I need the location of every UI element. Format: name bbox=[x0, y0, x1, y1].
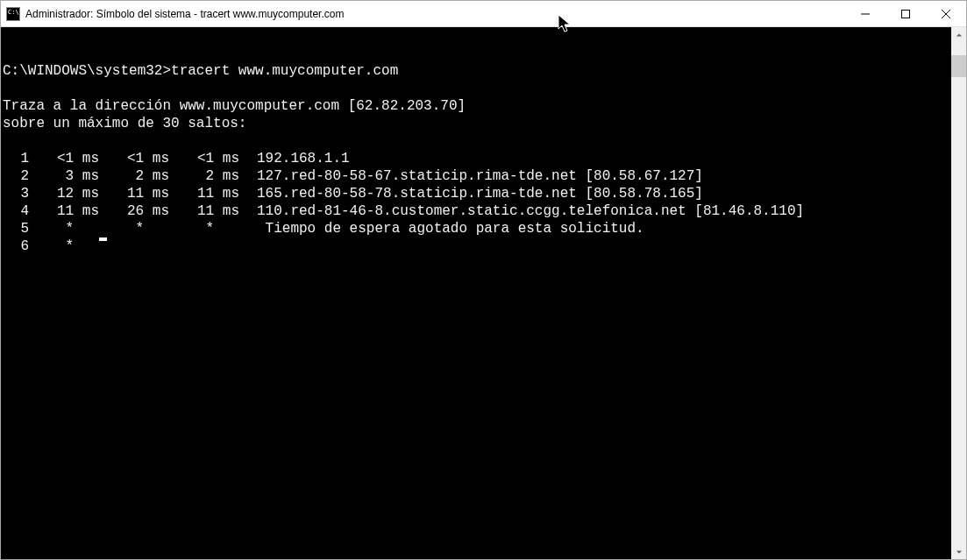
command-prompt-window: Administrador: Símbolo del sistema - tra… bbox=[0, 0, 967, 560]
hop-row: 411 ms26 ms11 ms110.red-81-46-8.customer… bbox=[3, 202, 949, 220]
trace-header-line-2: sobre un máximo de 30 saltos: bbox=[3, 116, 246, 131]
chevron-up-icon bbox=[956, 32, 963, 39]
hop-host: Tiempo de espera agotado para esta solic… bbox=[239, 220, 644, 237]
scroll-down-button[interactable] bbox=[951, 544, 966, 559]
hop-time-1: 12 ms bbox=[29, 185, 99, 202]
hop-time-2: 26 ms bbox=[99, 202, 169, 220]
scroll-track[interactable] bbox=[951, 42, 966, 544]
maximize-icon bbox=[901, 10, 910, 18]
hop-host: 165.red-80-58-78.staticip.rima-tde.net [… bbox=[239, 185, 703, 202]
cmd-icon bbox=[6, 7, 20, 21]
hop-host: 110.red-81-46-8.customer.static.ccgg.tel… bbox=[239, 202, 804, 220]
hop-time-3: 11 ms bbox=[169, 185, 239, 202]
hop-time-2: * bbox=[99, 220, 169, 237]
hop-row: 5* * * Tiempo de espera agotado para est… bbox=[3, 220, 949, 237]
window-controls bbox=[845, 1, 966, 26]
hop-time-3: 11 ms bbox=[169, 202, 239, 220]
close-button[interactable] bbox=[926, 1, 966, 26]
hop-time-3: * bbox=[169, 220, 239, 237]
close-icon bbox=[942, 10, 950, 18]
terminal-output[interactable]: C:\WINDOWS\system32>tracert www.muycompu… bbox=[1, 27, 951, 559]
prompt: C:\WINDOWS\system32> bbox=[3, 63, 171, 79]
hop-time-2: 11 ms bbox=[99, 185, 169, 202]
hop-row: 23 ms2 ms2 ms127.red-80-58-67.staticip.r… bbox=[3, 167, 949, 185]
maximize-button[interactable] bbox=[885, 1, 926, 26]
hop-time-1: * bbox=[29, 220, 99, 237]
scroll-up-button[interactable] bbox=[951, 27, 966, 42]
hop-number: 3 bbox=[3, 185, 29, 202]
hop-number: 1 bbox=[3, 150, 29, 167]
hop-number: 5 bbox=[3, 220, 29, 237]
vertical-scrollbar[interactable] bbox=[951, 27, 966, 559]
content-area: C:\WINDOWS\system32>tracert www.muycompu… bbox=[1, 27, 966, 559]
command-text: tracert www.muycomputer.com bbox=[171, 63, 398, 79]
trace-header-line-1: Traza a la dirección www.muycomputer.com… bbox=[3, 98, 466, 114]
titlebar[interactable]: Administrador: Símbolo del sistema - tra… bbox=[1, 1, 966, 27]
hop-time-1: * bbox=[29, 237, 99, 255]
svg-rect-1 bbox=[902, 10, 910, 18]
chevron-down-icon bbox=[956, 549, 963, 556]
hop-number: 6 bbox=[3, 237, 29, 255]
hop-time-1: 3 ms bbox=[29, 167, 99, 185]
hop-time-1: 11 ms bbox=[29, 202, 99, 220]
hop-host: 127.red-80-58-67.staticip.rima-tde.net [… bbox=[239, 167, 703, 185]
hop-row: 1<1 ms<1 ms<1 ms192.168.1.1 bbox=[3, 150, 949, 167]
hop-row: 312 ms11 ms11 ms165.red-80-58-78.statici… bbox=[3, 185, 949, 202]
hop-time-3: <1 ms bbox=[169, 150, 239, 167]
minimize-button[interactable] bbox=[845, 1, 885, 26]
window-title: Administrador: Símbolo del sistema - tra… bbox=[25, 8, 845, 20]
hop-number: 4 bbox=[3, 202, 29, 220]
hop-host: 192.168.1.1 bbox=[239, 150, 350, 167]
hop-time-2: <1 ms bbox=[99, 150, 169, 167]
text-cursor bbox=[99, 237, 107, 241]
minimize-icon bbox=[861, 10, 870, 18]
hop-number: 2 bbox=[3, 167, 29, 185]
hop-time-2: 2 ms bbox=[99, 167, 169, 185]
hop-time-3: 2 ms bbox=[169, 167, 239, 185]
hop-row: 6* bbox=[3, 237, 949, 255]
scroll-thumb[interactable] bbox=[951, 55, 966, 77]
hop-time-1: <1 ms bbox=[29, 150, 99, 167]
